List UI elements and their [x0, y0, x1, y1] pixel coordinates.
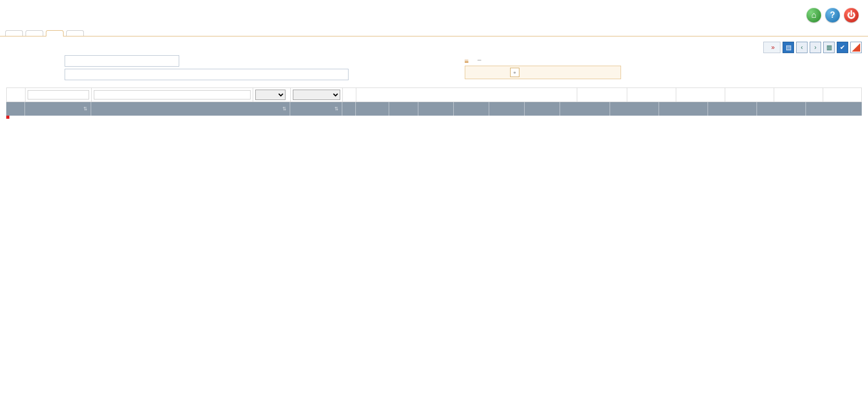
col-number[interactable]: ⇅	[25, 102, 91, 116]
group-header-corr	[577, 88, 627, 102]
col-check[interactable]	[342, 102, 356, 116]
col-group[interactable]: ⇅	[290, 102, 342, 116]
toolbar-check-icon[interactable]: ✔	[837, 42, 848, 53]
tab-import[interactable]	[66, 30, 84, 36]
col-method[interactable]	[356, 102, 389, 116]
input-name[interactable]	[65, 69, 349, 80]
action-button[interactable]: »	[763, 42, 780, 53]
system-icons: ⌂ ? ⏻	[807, 8, 859, 22]
group-header-params	[356, 88, 577, 102]
svg-marker-0	[852, 43, 860, 52]
filter-number[interactable]	[28, 90, 89, 99]
col-corr[interactable]	[560, 102, 610, 116]
tab-forecast[interactable]	[46, 30, 64, 36]
toolbar-grid-icon[interactable]: ▦	[823, 42, 835, 53]
grid-filter-row	[6, 88, 862, 102]
col-sez[interactable]	[525, 102, 560, 116]
settings-toggle[interactable]: ▫	[510, 68, 519, 77]
col-al[interactable]	[418, 102, 454, 116]
col-m4[interactable]	[757, 102, 806, 116]
highlight-import	[6, 116, 9, 119]
sub-tab-forecast[interactable]: _	[478, 53, 481, 63]
toolbar-prev-icon[interactable]: ‹	[796, 42, 808, 53]
sub-tabs: _ _	[465, 53, 621, 63]
toolbar: » ▤ ‹ › ▦ ✔	[763, 42, 862, 53]
toolbar-report-icon[interactable]: ▤	[783, 42, 794, 53]
filter-group-select[interactable]	[293, 90, 340, 100]
col-m1[interactable]	[610, 102, 659, 116]
main-tabs	[0, 28, 868, 36]
help-icon[interactable]: ?	[825, 8, 840, 22]
settings-panel: ▫	[465, 66, 621, 79]
chevron-right-icon: »	[771, 44, 775, 51]
home-icon[interactable]: ⌂	[807, 8, 821, 22]
data-grid: ⇅ ⇅ ⇅	[6, 88, 862, 116]
sub-tab-settings[interactable]: _	[465, 53, 468, 63]
col-m3[interactable]	[708, 102, 757, 116]
input-number[interactable]	[65, 55, 179, 67]
col-src[interactable]	[389, 102, 418, 116]
grid-header: ⇅ ⇅ ⇅	[6, 102, 862, 116]
filter-name[interactable]	[94, 90, 251, 99]
toolbar-cancel-icon[interactable]	[850, 42, 862, 53]
col-ga[interactable]	[489, 102, 525, 116]
power-icon[interactable]: ⏻	[844, 8, 859, 22]
col-idx[interactable]	[6, 102, 25, 116]
toolbar-next-icon[interactable]: ›	[810, 42, 821, 53]
col-name[interactable]: ⇅	[91, 102, 290, 116]
filter-all-select[interactable]	[255, 90, 286, 100]
col-m2[interactable]	[659, 102, 708, 116]
tab-edit[interactable]	[26, 30, 43, 36]
tab-list[interactable]	[5, 30, 23, 36]
col-be[interactable]	[454, 102, 489, 116]
